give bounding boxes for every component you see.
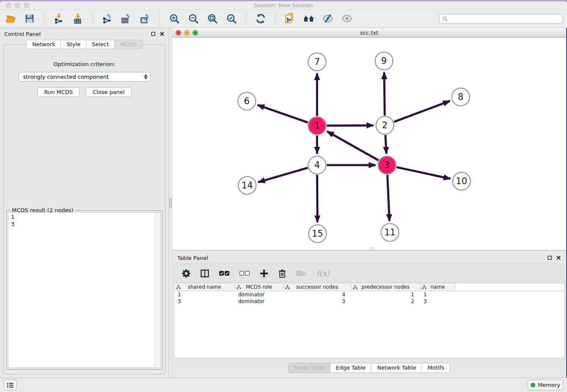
table-cell[interactable]: 1 <box>174 291 235 298</box>
mcds-result-list[interactable]: 13 <box>8 212 161 368</box>
table-cell[interactable]: dominator <box>235 291 284 298</box>
add-column-icon[interactable] <box>260 267 268 280</box>
open-session-icon[interactable] <box>4 12 17 25</box>
show-column-panel-icon[interactable] <box>201 267 209 280</box>
import-network-icon[interactable] <box>52 12 65 25</box>
column-header-predecessor-nodes[interactable]: predecessor nodes <box>351 283 420 291</box>
toolbar-separator <box>92 12 93 25</box>
zoom-fit-icon[interactable] <box>206 12 219 25</box>
zoom-window-button[interactable] <box>24 3 29 8</box>
deselect-all-icon[interactable] <box>239 267 250 280</box>
table-cell[interactable]: 3 <box>284 298 351 305</box>
column-header-successor-nodes[interactable]: successor nodes <box>284 283 351 291</box>
float-panel-icon[interactable] <box>151 31 156 36</box>
graph-edge-2-9[interactable] <box>384 72 385 116</box>
graph-node-label: 4 <box>314 160 320 170</box>
close-panel-icon[interactable] <box>160 31 165 36</box>
hide-selected-icon[interactable] <box>322 12 334 25</box>
control-tab-select[interactable]: Select <box>86 40 115 49</box>
network-graph[interactable]: 7968124314101511 <box>172 38 566 250</box>
graph-edge-3-1[interactable] <box>327 131 379 160</box>
graph-node-11[interactable]: 11 <box>381 224 399 241</box>
graph-node-10[interactable]: 10 <box>453 172 471 190</box>
graph-edge-2-8[interactable] <box>394 101 450 121</box>
export-image-icon[interactable] <box>139 12 151 25</box>
column-header-mcds-role[interactable]: MCDS role <box>235 283 284 291</box>
table-row[interactable]: 3dominator323 <box>174 298 564 305</box>
minimize-window-button[interactable] <box>15 3 20 8</box>
network-canvas[interactable]: 7968124314101511 <box>172 38 566 250</box>
close-window-button[interactable] <box>6 3 11 8</box>
graph-edge-1-2[interactable] <box>327 125 373 126</box>
column-header-shared-name[interactable]: shared name <box>174 283 235 291</box>
node-table: shared nameMCDS rolesuccessor nodesprede… <box>174 283 564 358</box>
graph-node-label: 9 <box>381 55 387 66</box>
table-settings-gear-icon[interactable] <box>182 267 190 280</box>
table-cell[interactable]: dominator <box>235 298 284 305</box>
graph-node-label: 14 <box>242 180 253 190</box>
apply-layout-icon[interactable] <box>254 12 267 25</box>
graph-node-6[interactable]: 6 <box>238 92 256 110</box>
delete-table-icon <box>296 267 306 280</box>
save-session-icon[interactable] <box>23 12 36 25</box>
export-network-icon[interactable] <box>101 12 113 25</box>
table-tab-network-table[interactable]: Network Table <box>371 363 421 373</box>
graph-edge-2-3[interactable] <box>385 135 386 154</box>
right-pane: scc.txt 7968124314101511 Table Panel <box>172 28 567 378</box>
graph-edge-1-6[interactable] <box>258 105 308 123</box>
optimization-criterion-select[interactable]: strongly connected component <box>19 72 151 82</box>
memory-button[interactable]: Memory <box>528 380 563 390</box>
table-row[interactable]: 1dominator411 <box>174 291 564 298</box>
control-tab-network[interactable]: Network <box>26 40 61 49</box>
resize-grip-icon[interactable] <box>369 248 374 250</box>
table-tab-node-table[interactable]: Node Table <box>289 363 330 373</box>
graph-edge-3-10[interactable] <box>396 167 450 179</box>
float-table-panel-icon[interactable] <box>547 255 552 260</box>
import-table-icon[interactable] <box>72 12 84 25</box>
table-cell[interactable]: 1 <box>351 291 420 298</box>
table-cell[interactable]: 3 <box>174 298 235 305</box>
close-table-panel-icon[interactable] <box>556 255 561 260</box>
graph-node-15[interactable]: 15 <box>308 225 326 243</box>
table-tab-edge-table[interactable]: Edge Table <box>330 363 371 373</box>
graph-node-14[interactable]: 14 <box>238 177 256 194</box>
control-tab-mcds[interactable]: MCDS <box>115 40 143 49</box>
table-cell[interactable]: 4 <box>284 291 351 298</box>
delete-column-icon[interactable] <box>278 267 286 280</box>
graph-node-7[interactable]: 7 <box>308 53 326 71</box>
zoom-in-icon[interactable] <box>168 12 181 25</box>
new-network-from-selection-icon[interactable] <box>284 12 296 25</box>
table-tab-motifs[interactable]: Motifs <box>421 363 449 373</box>
graph-edge-3-11[interactable] <box>388 175 390 221</box>
graph-node-8[interactable]: 8 <box>452 88 470 106</box>
control-tab-style[interactable]: Style <box>61 40 86 49</box>
close-network-icon[interactable] <box>176 30 181 36</box>
zoom-selected-icon[interactable] <box>225 12 238 25</box>
column-header-name[interactable]: name <box>420 283 456 291</box>
graph-node-9[interactable]: 9 <box>375 52 393 70</box>
splitter-handle[interactable] <box>169 198 172 208</box>
zoom-network-icon[interactable] <box>193 30 198 36</box>
nested-network-view-icon[interactable] <box>303 12 315 25</box>
vertical-splitter[interactable] <box>169 28 172 378</box>
search-input[interactable] <box>450 16 560 22</box>
table-cell[interactable]: 2 <box>351 298 420 305</box>
table-cell[interactable]: 1 <box>420 291 456 298</box>
select-all-icon[interactable] <box>219 267 229 280</box>
table-cell[interactable]: 3 <box>420 298 456 305</box>
task-history-button[interactable] <box>4 380 17 390</box>
window-controls <box>6 3 29 8</box>
mcds-result-scrollbar[interactable] <box>155 213 160 367</box>
zoom-out-icon[interactable] <box>187 12 200 25</box>
minimize-network-icon[interactable] <box>184 30 190 36</box>
graph-edge-4-15[interactable] <box>317 175 318 222</box>
graph-node-1[interactable]: 1 <box>308 117 326 135</box>
graph-node-4[interactable]: 4 <box>308 156 326 174</box>
graph-edge-4-14[interactable] <box>258 168 308 182</box>
export-table-icon[interactable] <box>120 12 132 25</box>
run-mcds-button[interactable]: Run MCDS <box>37 87 80 97</box>
close-panel-button[interactable]: Close panel <box>86 87 132 97</box>
graph-node-3[interactable]: 3 <box>378 156 396 174</box>
graph-node-2[interactable]: 2 <box>376 116 394 134</box>
search-field[interactable] <box>439 14 563 24</box>
